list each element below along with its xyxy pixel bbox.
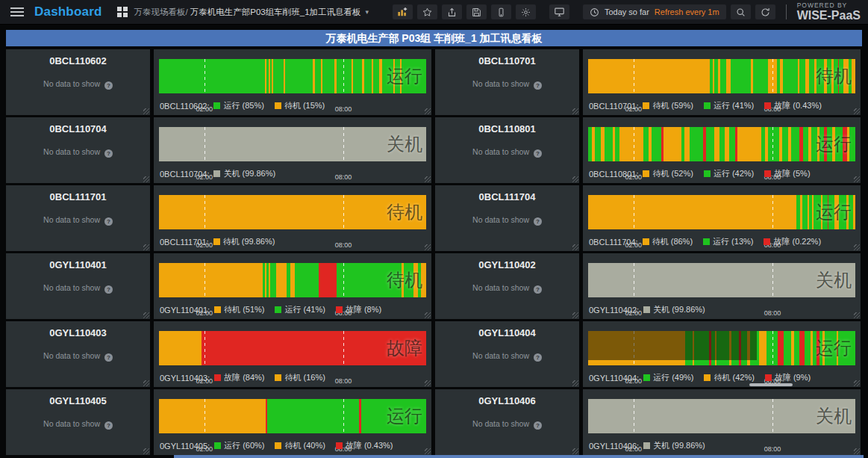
machine-label-panel[interactable]: 0GYL110406No data to show ? xyxy=(435,389,579,455)
timeline-panel[interactable]: 运行02:0008:000BCL111704:待机 (86%)运行 (13%)故… xyxy=(583,185,861,251)
status-timeline-bar[interactable]: 关机 xyxy=(588,399,855,433)
help-icon[interactable]: ? xyxy=(104,421,113,430)
monitor-icon[interactable] xyxy=(549,4,569,19)
help-icon[interactable]: ? xyxy=(534,81,542,90)
legend-item: 待机 (15%) xyxy=(275,100,325,111)
status-timeline-bar[interactable]: 运行 xyxy=(588,195,855,229)
status-timeline-bar[interactable]: 待机 xyxy=(159,263,426,297)
status-timeline-bar[interactable]: 运行 xyxy=(159,59,426,93)
help-icon[interactable]: ? xyxy=(104,149,113,158)
legend-item: 运行 (41%) xyxy=(704,100,754,111)
timeline-panel[interactable]: 关机02:0008:000GYL110402:关机 (99.86%) xyxy=(583,253,861,319)
status-timeline-bar[interactable]: 关机 xyxy=(588,263,855,297)
timeline-panel[interactable]: 运行02:0008:000GYL110404:运行 (49%)待机 (42%)故… xyxy=(583,321,861,387)
timeline-legend: 0GYL110402:关机 (99.86%) xyxy=(589,304,705,315)
panel-resize-handle[interactable] xyxy=(854,108,860,114)
no-data-text: No data to show ? xyxy=(6,419,150,430)
menu-icon[interactable] xyxy=(10,7,24,16)
machine-label-panel[interactable]: 0BCL110602No data to show ? xyxy=(6,49,150,115)
timeline-panel[interactable]: 待机02:0008:000GYL110401:待机 (51%)运行 (41%)故… xyxy=(154,253,431,319)
help-icon[interactable]: ? xyxy=(534,217,542,226)
timeline-panel[interactable]: 关机02:0008:000GYL110406:关机 (99.86%) xyxy=(583,389,861,455)
status-timeline-bar[interactable]: 待机 xyxy=(588,59,855,93)
panel-horizontal-scrollbar[interactable] xyxy=(749,383,793,386)
panel-resize-handle[interactable] xyxy=(572,312,578,318)
panel-resize-handle[interactable] xyxy=(854,312,860,318)
timeline-panel[interactable]: 故障02:0008:000GYL110403:故障 (84%)待机 (16%) xyxy=(154,321,431,387)
machine-id: 0GYL110406 xyxy=(435,389,579,406)
breadcrumb-root[interactable]: 万泰现场看板/ xyxy=(134,7,188,18)
machine-label-panel[interactable]: 0GYL110404No data to show ? xyxy=(435,321,579,387)
legend-item-label: 故障 (9%) xyxy=(775,372,811,383)
panel-resize-handle[interactable] xyxy=(572,380,578,386)
breadcrumb-current[interactable]: 万泰机电生产部P03组车削班_1加工讯息看板 xyxy=(190,7,361,18)
help-icon[interactable]: ? xyxy=(534,353,542,362)
panel-resize-handle[interactable] xyxy=(425,108,431,114)
machine-label-panel[interactable]: 0BCL110701No data to show ? xyxy=(435,49,579,115)
legend-item: 待机 (52%) xyxy=(643,168,693,179)
panel-resize-handle[interactable] xyxy=(425,176,431,182)
panel-resize-handle[interactable] xyxy=(854,380,860,386)
search-icon[interactable] xyxy=(731,4,751,19)
status-timeline-bar[interactable]: 运行 xyxy=(588,127,855,161)
machine-label-panel[interactable]: 0GYL110405No data to show ? xyxy=(6,389,150,455)
panel-resize-handle[interactable] xyxy=(854,244,860,250)
app-logo[interactable]: Dashboard xyxy=(34,4,102,19)
add-panel-icon[interactable] xyxy=(393,4,413,19)
panel-resize-handle[interactable] xyxy=(425,380,431,386)
panel-resize-handle[interactable] xyxy=(143,176,149,182)
legend-item-label: 待机 (15%) xyxy=(284,100,325,111)
mobile-icon[interactable] xyxy=(491,4,511,19)
time-range-picker[interactable]: Today so far Refresh every 1m xyxy=(583,4,726,19)
panel-resize-handle[interactable] xyxy=(572,176,578,182)
help-icon[interactable]: ? xyxy=(104,217,113,226)
legend-color-swatch xyxy=(764,102,771,109)
timeline-panel[interactable]: 运行02:0008:000GYL110405:运行 (60%)待机 (40%)故… xyxy=(154,389,431,455)
settings-icon[interactable] xyxy=(516,4,536,19)
machine-label-panel[interactable]: 0GYL110403No data to show ? xyxy=(6,321,150,387)
timeline-panel[interactable]: 待机02:0008:000BCL111701:待机 (99.86%) xyxy=(154,185,431,251)
navbar-divider xyxy=(786,4,787,19)
timeline-panel[interactable]: 运行02:0008:000BCL110602:运行 (85%)待机 (15%) xyxy=(154,49,431,115)
panel-resize-handle[interactable] xyxy=(854,176,860,182)
panel-resize-handle[interactable] xyxy=(143,108,149,114)
panel-resize-handle[interactable] xyxy=(143,380,149,386)
machine-id: 0GYL110404 xyxy=(435,321,579,338)
status-timeline-bar[interactable]: 运行 xyxy=(159,399,426,433)
share-icon[interactable] xyxy=(442,4,462,19)
machine-label-panel[interactable]: 0BCL111704No data to show ? xyxy=(435,185,579,251)
timeline-panel[interactable]: 运行02:0008:000BCL110801:待机 (52%)运行 (42%)故… xyxy=(583,117,861,183)
help-icon[interactable]: ? xyxy=(534,421,542,430)
help-icon[interactable]: ? xyxy=(534,285,542,294)
help-icon[interactable]: ? xyxy=(104,81,113,90)
panel-resize-handle[interactable] xyxy=(425,312,431,318)
status-timeline-bar[interactable]: 运行 xyxy=(588,331,855,365)
refresh-icon[interactable] xyxy=(755,4,775,19)
star-icon[interactable] xyxy=(417,4,437,19)
chevron-down-icon[interactable]: ▾ xyxy=(366,8,369,16)
panel-resize-handle[interactable] xyxy=(425,244,431,250)
help-icon[interactable]: ? xyxy=(104,353,113,362)
panel-resize-handle[interactable] xyxy=(143,312,149,318)
panel-resize-handle[interactable] xyxy=(572,108,578,114)
timeline-panel[interactable]: 待机02:0008:000BCL110701:待机 (59%)运行 (41%)故… xyxy=(583,49,861,115)
panel-resize-handle[interactable] xyxy=(143,448,149,454)
machine-label-panel[interactable]: 0BCL111701No data to show ? xyxy=(6,185,150,251)
machine-label-panel[interactable]: 0GYL110402No data to show ? xyxy=(435,253,579,319)
panel-resize-handle[interactable] xyxy=(854,448,860,454)
panel-resize-handle[interactable] xyxy=(425,448,431,454)
dashboards-grid-icon[interactable] xyxy=(117,7,128,17)
status-timeline-bar[interactable]: 故障 xyxy=(159,331,426,365)
help-icon[interactable]: ? xyxy=(104,285,113,294)
machine-label-panel[interactable]: 0BCL110801No data to show ? xyxy=(435,117,579,183)
panel-resize-handle[interactable] xyxy=(143,244,149,250)
status-timeline-bar[interactable]: 关机 xyxy=(159,127,426,161)
machine-label-panel[interactable]: 0GYL110401No data to show ? xyxy=(6,253,150,319)
timeline-panel[interactable]: 关机02:0008:000BCL110704:关机 (99.86%) xyxy=(154,117,431,183)
panel-resize-handle[interactable] xyxy=(572,244,578,250)
save-icon[interactable] xyxy=(466,4,487,19)
machine-label-panel[interactable]: 0BCL110704No data to show ? xyxy=(6,117,150,183)
panel-resize-handle[interactable] xyxy=(572,448,578,454)
status-timeline-bar[interactable]: 待机 xyxy=(159,195,426,229)
help-icon[interactable]: ? xyxy=(534,149,542,158)
